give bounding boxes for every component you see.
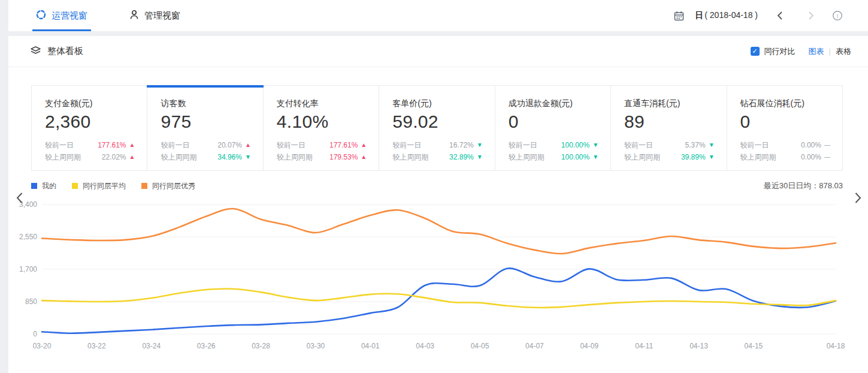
series-line	[42, 288, 836, 308]
comparison-value: 100.00%	[561, 139, 589, 151]
x-tick-label: 04-11	[635, 342, 653, 350]
legend-swatch	[31, 183, 37, 189]
info-icon[interactable]: !	[831, 9, 844, 22]
legend-item[interactable]: 同行同层平均	[72, 181, 126, 191]
series-line	[42, 209, 836, 254]
chart-legend: 我的同行同层平均同行同层优秀	[31, 181, 211, 191]
board-title: 整体看板	[47, 46, 83, 57]
y-tick-label: 850	[25, 297, 37, 306]
calendar-icon[interactable]	[672, 9, 685, 22]
comparison-label: 较上周同期	[509, 151, 545, 163]
comparison-label: 较上周同期	[161, 151, 196, 163]
legend-label: 同行同层优秀	[152, 181, 195, 191]
date-range: ( 2018-04-18 )	[704, 10, 758, 20]
x-tick-label: 04-01	[361, 342, 380, 350]
x-tick-label: 04-07	[525, 342, 544, 350]
y-tick-label: 1,700	[19, 265, 37, 273]
management-view-icon	[129, 10, 139, 22]
comparison-value: 34.96%	[217, 151, 242, 163]
view-tabs: 运营视窗 管理视窗	[32, 0, 219, 31]
x-tick-label: 03-30	[307, 342, 325, 350]
comparison-row: 较上周同期 179.53% ▲	[277, 151, 367, 163]
legend-item[interactable]: 我的	[31, 181, 56, 191]
metric-card[interactable]: 直通车消耗(元) 89 较前一日 5.37% ▼ 较上周同期 39.89% ▼	[611, 86, 727, 170]
tab-label: 管理视窗	[144, 10, 180, 22]
x-tick-label: 03-24	[142, 342, 161, 350]
date-prev-icon[interactable]	[773, 9, 787, 22]
legend-label: 我的	[42, 181, 56, 191]
metric-card[interactable]: 客单价(元) 59.02 较前一日 16.72% ▼ 较上周同期 32.89% …	[379, 86, 495, 170]
down-arrow-icon: ▼	[477, 151, 483, 163]
comparison-label: 较上周同期	[277, 151, 313, 163]
metric-value: 975	[161, 110, 250, 134]
metric-card[interactable]: 钻石展位消耗(元) 0 较前一日 0.00% — 较上周同期 0.00% —	[727, 86, 842, 170]
metric-card[interactable]: 支付转化率 4.10% 较前一日 177.61% ▲ 较上周同期 179.53%…	[264, 86, 379, 170]
metric-title: 支付金额(元)	[45, 97, 135, 109]
comparison-row: 较上周同期 39.89% ▼	[624, 151, 714, 163]
comparison-row: 较上周同期 32.89% ▼	[392, 151, 482, 163]
metric-title: 直通车消耗(元)	[624, 97, 714, 109]
down-arrow-icon: ▼	[245, 151, 251, 163]
avg-30d-label: 最近30日日均：878.03	[764, 181, 843, 191]
x-tick-label: 04-09	[580, 342, 598, 350]
metric-title: 成功退款金额(元)	[509, 97, 598, 109]
x-tick-label: 03-20	[33, 342, 52, 350]
legend-swatch	[141, 183, 147, 189]
comparison-row: 较上周同期 22.02% ▲	[45, 151, 135, 163]
comparison-value: 39.89%	[681, 151, 706, 163]
comparison-value: 16.72%	[449, 139, 474, 151]
down-arrow-icon: ▼	[477, 139, 483, 151]
date-next-icon[interactable]	[805, 9, 818, 22]
date-selector[interactable]: 日( 2018-04-18 )	[695, 10, 758, 21]
down-arrow-icon: ▼	[592, 139, 598, 151]
metric-card[interactable]: 访客数 975 较前一日 20.07% ▲ 较上周同期 34.96% ▼	[147, 86, 263, 170]
date-granularity: 日	[695, 10, 703, 20]
carousel-prev-icon[interactable]	[16, 192, 23, 206]
legend-item[interactable]: 同行同层优秀	[141, 181, 195, 191]
comparison-value: 100.00%	[561, 151, 589, 163]
comparison-value: 0.00%	[801, 139, 821, 151]
comparison-row: 较前一日 20.07% ▲	[161, 139, 250, 151]
x-tick-label: 04-05	[471, 342, 489, 350]
tab-management-view[interactable]: 管理视窗	[126, 0, 184, 31]
tab-operations-view[interactable]: 运营视窗	[32, 0, 91, 31]
comparison-label: 较上周同期	[45, 151, 81, 163]
metric-cards-carousel: 支付金额(元) 2,360 较前一日 177.61% ▲ 较上周同期 22.02…	[8, 85, 868, 171]
check-icon: ✓	[752, 47, 758, 55]
comparison-label: 较前一日	[740, 139, 769, 151]
flat-arrow-icon: —	[824, 139, 830, 151]
peer-compare-checkbox[interactable]: ✓	[751, 47, 760, 56]
metric-value: 4.10%	[277, 110, 367, 134]
comparison-label: 较前一日	[277, 139, 306, 151]
comparison-value: 20.07%	[217, 139, 242, 151]
trend-chart: 08501,7002,5503,40003-2003-2203-2403-260…	[8, 194, 868, 357]
view-toggle-chart[interactable]: 图表	[809, 46, 824, 57]
metric-card[interactable]: 成功退款金额(元) 0 较前一日 100.00% ▼ 较上周同期 100.00%…	[495, 86, 611, 170]
metric-value: 89	[624, 110, 714, 134]
comparison-row: 较前一日 5.37% ▼	[624, 139, 714, 151]
comparison-value: 179.53%	[329, 151, 358, 163]
comparison-value: 177.61%	[98, 139, 126, 151]
chart-legend-row: 我的同行同层平均同行同层优秀 最近30日日均：878.03	[31, 181, 843, 191]
metric-cards: 支付金额(元) 2,360 较前一日 177.61% ▲ 较上周同期 22.02…	[31, 85, 843, 171]
comparison-row: 较前一日 0.00% —	[740, 139, 830, 151]
up-arrow-icon: ▲	[129, 139, 135, 151]
trend-chart-svg: 08501,7002,5503,40003-2003-2203-2403-260…	[8, 194, 868, 354]
comparison-label: 较上周同期	[740, 151, 776, 163]
carousel-next-icon[interactable]	[854, 192, 862, 206]
comparison-label: 较前一日	[509, 139, 537, 151]
comparison-value: 5.37%	[685, 139, 706, 151]
view-toggle-divider: |	[829, 47, 831, 56]
metric-title: 客单价(元)	[392, 97, 482, 109]
view-toggle-table[interactable]: 表格	[836, 46, 851, 57]
metric-card[interactable]: 支付金额(元) 2,360 较前一日 177.61% ▲ 较上周同期 22.02…	[32, 86, 147, 170]
comparison-label: 较前一日	[624, 139, 653, 151]
comparison-value: 32.89%	[449, 151, 474, 163]
metric-title: 支付转化率	[277, 97, 367, 109]
x-tick-label: 03-28	[252, 342, 270, 350]
down-arrow-icon: ▼	[709, 151, 715, 163]
comparison-value: 22.02%	[102, 151, 126, 163]
metric-title: 钻石展位消耗(元)	[740, 97, 830, 109]
tab-label: 运营视窗	[52, 10, 87, 22]
peer-compare-label[interactable]: 同行对比	[764, 46, 796, 57]
